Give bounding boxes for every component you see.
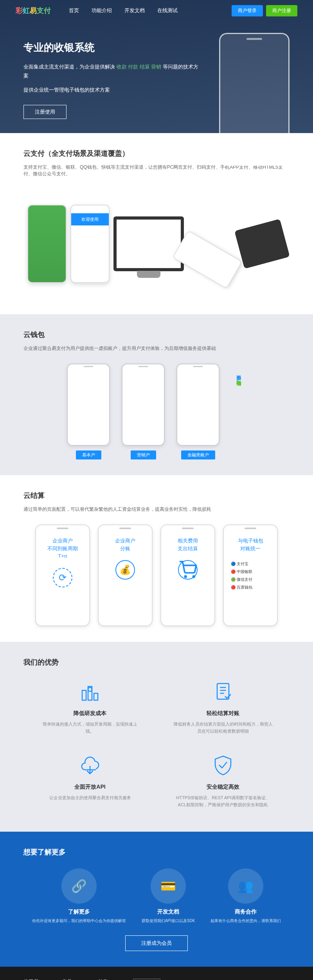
more-item-learn[interactable]: 🔗 了解更多 你也许还有更多疑问，我们的帮助中心会为你提供解答 <box>32 868 126 924</box>
svg-point-5 <box>88 688 92 692</box>
more-item-title: 了解更多 <box>32 908 126 915</box>
login-button[interactable]: 商户登录 <box>232 5 263 16</box>
settle-item: 相关费用支出结算 <box>160 524 215 626</box>
more-item-desc: 你也许还有更多疑问，我们的帮助中心会为你提供解答 <box>32 918 126 924</box>
more-item-title: 商务合作 <box>210 908 281 915</box>
wallet-more-text: 更多账户 敬请期待 <box>231 364 246 384</box>
cloud-icon <box>39 754 141 778</box>
settle-desc: 通过简单的页面配置，可以替代繁杂繁他的人工资金结算业务，提高业务时实性，降低损耗 <box>23 506 290 513</box>
footer-col-contact: 联系我们 ☎ 客服：123456789 📍 地址：深圳市龙岗区龙岗街道龙岗大道4… <box>180 978 290 980</box>
adv-item-desc: HTTPS传输协议、REST API调用数字签名验证、ACL权限控制，严格保护用… <box>172 794 274 808</box>
hero-phone-mockup <box>219 33 290 166</box>
chart-icon <box>39 681 141 704</box>
more-item-docs[interactable]: 💳 开发文档 获取使用我们API接口以及SDK <box>142 868 195 924</box>
adv-item-cost: 降低研发成本 简单快速的接入方式，缩短开发周期，实现快速上线。 <box>39 681 141 735</box>
footer-col-qr: 关注聚合易支付 <box>133 978 160 980</box>
hero-desc-1: 全面集成主流支付渠道，为企业提供解决 收款 付款 结算 营销 等问题的技术方案 <box>23 62 203 81</box>
svg-point-0 <box>185 576 186 577</box>
adv-item-api: 全面开放API 让企业更加自主的使用聚合易支付相关服务 <box>39 754 141 808</box>
document-icon <box>172 681 274 704</box>
adv-item-reconcile: 轻松结算对账 降低财务人员在结算方面投入的时间和精力，商营人员也可以轻松检查数据… <box>172 681 274 735</box>
footer-col-title: 产品 <box>62 978 78 980</box>
logo[interactable]: 彩虹易支付 <box>16 6 51 15</box>
nav-docs[interactable]: 开发文档 <box>118 4 151 17</box>
footer-col-title: 联系我们 <box>180 978 290 980</box>
settle-title: 云结算 <box>23 491 290 500</box>
hero-title: 专业的收银系统 <box>23 41 203 54</box>
wallet-item-basic: 基本户 <box>67 364 110 459</box>
nav-test[interactable]: 在线测试 <box>151 4 184 17</box>
svg-rect-4 <box>94 694 98 701</box>
card-icon: 💳 <box>151 868 186 904</box>
register-button[interactable]: 商户注册 <box>266 5 297 16</box>
adv-item-security: 安全稳定高效 HTTPS传输协议、REST API调用数字签名验证、ACL权限控… <box>172 754 274 808</box>
qr-code <box>133 978 160 980</box>
more-title: 想要了解更多 <box>23 847 290 857</box>
wallet-item-finance: 金融类账户 <box>176 364 219 459</box>
more-item-desc: 如果有什么商务合作的意向，请联系我们 <box>210 918 281 924</box>
wallet-title: 云钱包 <box>23 330 290 339</box>
wallet-tag: 基本户 <box>76 450 101 459</box>
footer-col-about: 关于我们 公司信息 服务条款 隐私说明 <box>23 978 42 980</box>
footer-col-title: 关于我们 <box>23 978 42 980</box>
cloudpay-illustration <box>23 189 290 299</box>
adv-item-title: 全面开放API <box>39 784 141 791</box>
adv-item-desc: 降低财务人员在结算方面投入的时间和精力，商营人员也可以轻松检查数据明细 <box>172 721 274 735</box>
adv-item-desc: 让企业更加自主的使用聚合易支付相关服务 <box>39 794 141 802</box>
nav-features[interactable]: 功能介绍 <box>85 4 118 17</box>
shield-icon <box>172 754 274 778</box>
money-bag-icon: 💰 <box>115 560 135 580</box>
register-member-button[interactable]: 注册成为会员 <box>125 935 188 951</box>
people-icon: 👥 <box>228 868 263 904</box>
cycle-icon: ⟳ <box>53 568 72 587</box>
wallet-item-marketing: 营销户 <box>122 364 165 459</box>
adv-item-desc: 简单快速的接入方式，缩短开发周期，实现快速上线。 <box>39 721 141 735</box>
more-item-desc: 获取使用我们API接口以及SDK <box>142 918 195 924</box>
svg-point-1 <box>193 576 194 577</box>
settle-item: 企业商户不同到账周期T+n ⟳ <box>35 524 90 626</box>
wallet-tag: 营销户 <box>131 450 156 459</box>
adv-item-title: 轻松结算对账 <box>172 710 274 717</box>
nav-home[interactable]: 首页 <box>63 4 85 17</box>
link-icon: 🔗 <box>61 868 97 904</box>
more-item-title: 开发文档 <box>142 908 195 915</box>
adv-item-title: 安全稳定高效 <box>172 784 274 791</box>
wallet-tag: 金融类账户 <box>181 450 215 459</box>
cart-icon <box>178 560 198 580</box>
adv-title: 我们的优势 <box>23 658 290 667</box>
more-item-business[interactable]: 👥 商务合作 如果有什么商务合作的意向，请联系我们 <box>210 868 281 924</box>
svg-rect-2 <box>82 690 86 700</box>
footer-col-product: 产品 开发文档 SDK下载 <box>62 978 78 980</box>
settle-item: 企业商户分账 💰 <box>98 524 153 626</box>
footer-col-other: 其它 合作伙伴 商户协议 投诉举报 <box>98 978 114 980</box>
footer-col-title: 其它 <box>98 978 114 980</box>
settle-item: 与电子钱包对账统一 🔵 支付宝🔴 中国银联🟢 微信支付🔴 百度钱包 <box>223 524 278 626</box>
hero-register-button[interactable]: 注册使用 <box>23 105 67 119</box>
hero-desc-2: 提供企业统一管理电子钱包的技术方案 <box>23 85 203 94</box>
adv-item-title: 降低研发成本 <box>39 710 141 717</box>
wallet-desc: 企业通过聚合易支付为用户提供统一虚拟账户，提升用户支付体验，为后期增值服务提供基… <box>23 345 290 352</box>
svg-rect-6 <box>217 684 229 699</box>
